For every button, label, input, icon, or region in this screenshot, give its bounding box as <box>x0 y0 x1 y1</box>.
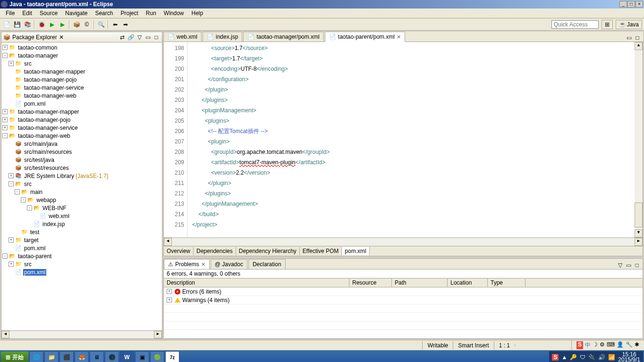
code-area[interactable]: <source>1.7</source> <target>1.7</target… <box>192 42 635 237</box>
editor-minimize-button[interactable]: ▭ <box>625 34 633 42</box>
tree-toggle[interactable]: - <box>27 205 32 210</box>
tree-toggle[interactable]: - <box>21 197 26 202</box>
package-explorer-tree[interactable]: +taotao-common-taotao-manager+srctaotao-… <box>1 42 162 330</box>
tree-toggle[interactable]: + <box>2 125 8 130</box>
close-icon[interactable]: ✕ <box>397 34 401 40</box>
tree-item[interactable]: -WEB-INF <box>2 204 161 212</box>
task-chrome[interactable]: 🌐 <box>29 351 43 362</box>
tree-item[interactable]: +taotao-common <box>2 43 161 51</box>
view-menu-button[interactable]: ▽ <box>136 34 143 41</box>
menu-window[interactable]: Window <box>160 9 188 17</box>
tree-item[interactable]: +taotao-manager-pojo <box>2 116 161 124</box>
task-firefox[interactable]: 🦊 <box>75 351 89 362</box>
collapse-all-button[interactable]: ⇄ <box>119 34 126 41</box>
column-header[interactable]: Path <box>392 278 448 287</box>
editor-hscroll[interactable]: ◄► <box>163 238 643 246</box>
editor-maximize-button[interactable]: □ <box>634 34 641 42</box>
maximize-button[interactable]: □ <box>627 1 635 8</box>
problems-tab[interactable]: @ Javadoc <box>211 259 247 269</box>
quick-access-input[interactable] <box>551 20 599 29</box>
status-tray-icons[interactable]: S 中 ☽ ⚙ ⌨ 👤 🔧 ✱ <box>571 340 644 350</box>
task-explorer[interactable]: 📁 <box>44 351 59 362</box>
open-perspective-button[interactable]: ⊞ <box>602 20 613 29</box>
editor-tab[interactable]: 📄taotao-manager/pom.xml <box>243 32 323 42</box>
menu-search[interactable]: Search <box>91 9 117 17</box>
tree-item[interactable]: src/main/resources <box>2 148 161 156</box>
problems-table[interactable]: DescriptionResourcePathLocationType +×Er… <box>164 278 643 338</box>
tree-item[interactable]: +src <box>2 260 161 268</box>
tree-item[interactable]: index.jsp <box>2 220 161 228</box>
column-header[interactable]: Location <box>448 278 488 287</box>
menu-project[interactable]: Project <box>117 9 142 17</box>
tree-item[interactable]: -src <box>2 180 161 188</box>
forward-button[interactable]: ➡ <box>121 20 130 29</box>
problems-minimize[interactable]: ▭ <box>625 261 632 269</box>
expand-toggle[interactable]: + <box>167 297 172 303</box>
tree-item[interactable]: src/main/java <box>2 140 161 148</box>
save-button[interactable]: 💾 <box>12 20 22 29</box>
fold-column[interactable] <box>187 42 192 237</box>
column-header[interactable]: Resource <box>349 278 392 287</box>
menu-help[interactable]: Help <box>188 9 207 17</box>
new-package-button[interactable]: 📦 <box>72 20 81 29</box>
debug-button[interactable]: 🐞 <box>37 20 46 29</box>
editor[interactable]: 1981992002012022032042052062072082092102… <box>163 42 643 238</box>
bottom-tab[interactable]: Effective POM <box>300 247 342 255</box>
tree-toggle[interactable]: + <box>8 173 14 178</box>
tree-toggle[interactable]: - <box>8 181 14 186</box>
tree-toggle[interactable]: + <box>8 237 14 243</box>
tree-toggle[interactable]: + <box>8 61 14 66</box>
tree-item[interactable]: taotao-manager-pojo <box>2 76 161 84</box>
editor-vscroll[interactable]: ▲ ▼ <box>635 42 643 237</box>
start-button[interactable]: ⊞ 开始 <box>1 352 28 362</box>
search-button[interactable]: 🔍 <box>96 20 106 29</box>
run-last-button[interactable]: ▶ <box>58 20 67 29</box>
problems-tab[interactable]: ⚠Problems ✕ <box>164 259 210 269</box>
menu-source[interactable]: Source <box>36 9 61 17</box>
save-all-button[interactable]: 📚 <box>23 20 32 29</box>
task-cmd[interactable]: ▣ <box>135 351 149 362</box>
problems-row[interactable]: +×Errors (6 items) <box>164 287 643 296</box>
tree-item[interactable]: +JRE System Library [JavaSE-1.7] <box>2 172 161 180</box>
task-eclipse[interactable]: 🌑 <box>105 351 119 362</box>
tree-item[interactable]: -taotao-manager-web <box>2 132 161 140</box>
minimize-button[interactable]: _ <box>619 1 627 8</box>
tree-toggle[interactable]: - <box>2 53 8 58</box>
tree-item[interactable]: -main <box>2 188 161 196</box>
tree-item[interactable]: pom.xml <box>2 244 161 252</box>
editor-tab[interactable]: 📄web.xml <box>163 32 202 42</box>
bottom-tab[interactable]: pom.xml <box>342 247 369 255</box>
tree-toggle[interactable]: - <box>2 253 8 259</box>
task-app1[interactable]: 🖥 <box>90 351 104 362</box>
tree-toggle[interactable]: - <box>15 189 20 194</box>
problems-row[interactable]: +Warnings (4 items) <box>164 296 643 304</box>
tree-item[interactable]: -taotao-parent <box>2 252 161 260</box>
problems-maximize[interactable]: □ <box>633 261 641 269</box>
bottom-tab[interactable]: Dependencies <box>194 247 236 255</box>
expand-toggle[interactable]: + <box>167 289 172 294</box>
tree-item[interactable]: taotao-manager-web <box>2 92 161 100</box>
editor-tab[interactable]: 📄index.jsp <box>203 32 242 42</box>
close-button[interactable]: × <box>636 1 643 8</box>
menu-file[interactable]: File <box>2 9 18 17</box>
tree-toggle[interactable]: + <box>2 45 8 50</box>
bottom-tab[interactable]: Overview <box>164 247 194 255</box>
system-tray[interactable]: S ▲🔑🛡🔌🔊📶 15:16 2015/9/1 <box>549 351 643 362</box>
tree-item[interactable]: +taotao-manager-service <box>2 124 161 132</box>
tree-item[interactable]: -taotao-manager <box>2 51 161 59</box>
editor-tab[interactable]: 📄taotao-parent/pom.xml✕ <box>325 32 405 42</box>
tree-item[interactable]: pom.xml <box>2 268 161 276</box>
tree-toggle[interactable]: - <box>2 133 8 138</box>
tree-item[interactable]: +taotao-manager-mapper <box>2 108 161 116</box>
problems-view-menu[interactable]: ▽ <box>616 261 624 269</box>
tree-toggle[interactable]: + <box>2 109 8 114</box>
bottom-tab[interactable]: Dependency Hierarchy <box>236 247 300 255</box>
minimize-panel-button[interactable]: ▭ <box>144 34 152 41</box>
task-sublime[interactable]: ⬛ <box>59 351 74 362</box>
tree-toggle[interactable]: + <box>2 117 8 122</box>
run-button[interactable]: ▶ <box>47 20 57 29</box>
column-header[interactable]: Type <box>488 278 525 287</box>
tree-hscroll[interactable]: ◄► <box>1 330 162 338</box>
new-class-button[interactable]: © <box>82 20 92 29</box>
tree-item[interactable]: test <box>2 228 161 236</box>
